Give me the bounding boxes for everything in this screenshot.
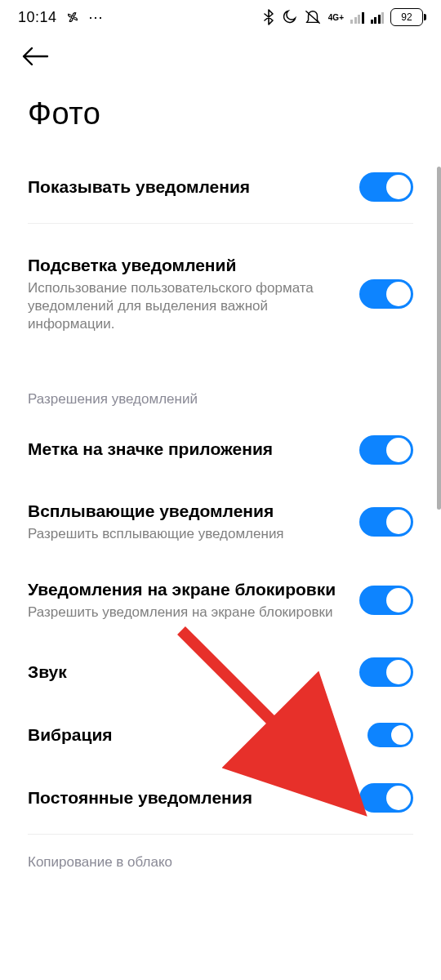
row-show-notifications[interactable]: Показывать уведомления (0, 154, 441, 220)
page-title: Фото (0, 75, 441, 154)
status-time: 10:14 (18, 9, 57, 26)
svg-point-0 (71, 16, 74, 19)
sub-highlight: Использование пользовательского формата … (28, 279, 345, 333)
more-icon: ⋯ (88, 8, 104, 26)
dnd-moon-icon (281, 9, 297, 25)
label-sound: Звук (28, 662, 345, 683)
battery-icon: 92 (390, 8, 423, 26)
row-lockscreen[interactable]: Уведомления на экране блокировки Разреши… (0, 561, 441, 639)
row-highlight-notifications[interactable]: Подсветка уведомлений Использование поль… (0, 227, 441, 362)
bluetooth-icon (263, 9, 274, 25)
network-type-label: 4G+ (328, 14, 344, 21)
status-right: 4G+ 92 (263, 8, 423, 26)
label-vibration: Вибрация (28, 724, 353, 746)
label-show-notifications: Показывать уведомления (28, 176, 345, 198)
mute-icon (304, 9, 322, 25)
toggle-sound[interactable] (359, 657, 413, 687)
battery-level: 92 (401, 11, 412, 23)
label-lockscreen: Уведомления на экране блокировки (28, 579, 345, 600)
toggle-show-notifications[interactable] (359, 172, 413, 202)
toggle-vibration[interactable] (368, 723, 413, 747)
row-badge[interactable]: Метка на значке приложения (0, 417, 441, 483)
toggle-badge[interactable] (359, 435, 413, 465)
status-left: 10:14 ⋯ (18, 8, 104, 26)
fan-icon (65, 10, 80, 24)
signal-1-icon (350, 11, 364, 24)
status-bar: 10:14 ⋯ 4G+ 92 (0, 0, 441, 31)
label-highlight: Подсветка уведомлений (28, 255, 345, 276)
sub-popup: Разрешить всплывающие уведомления (28, 525, 345, 543)
label-persistent: Постоянные уведомления (28, 787, 345, 808)
sub-lockscreen: Разрешить уведомления на экране блокиров… (28, 604, 345, 621)
divider (28, 223, 413, 224)
divider (28, 834, 413, 835)
row-popup[interactable]: Всплывающие уведомления Разрешить всплыв… (0, 483, 441, 561)
row-sound[interactable]: Звук (0, 639, 441, 705)
back-button[interactable] (0, 31, 441, 75)
label-badge: Метка на значке приложения (28, 439, 345, 460)
row-persistent[interactable]: Постоянные уведомления (0, 765, 441, 831)
toggle-highlight[interactable] (359, 279, 413, 309)
label-popup: Всплывающие уведомления (28, 501, 345, 522)
section-header-permissions: Разрешения уведомлений (0, 362, 441, 417)
scroll-indicator[interactable] (437, 167, 441, 510)
toggle-popup[interactable] (359, 507, 413, 537)
toggle-lockscreen[interactable] (359, 586, 413, 615)
settings-screen: 10:14 ⋯ 4G+ 92 Фото (0, 0, 441, 980)
row-vibration[interactable]: Вибрация (0, 705, 441, 765)
toggle-persistent[interactable] (359, 783, 413, 813)
section-header-cloud: Копирование в облако (0, 838, 441, 880)
signal-2-icon (371, 11, 385, 24)
